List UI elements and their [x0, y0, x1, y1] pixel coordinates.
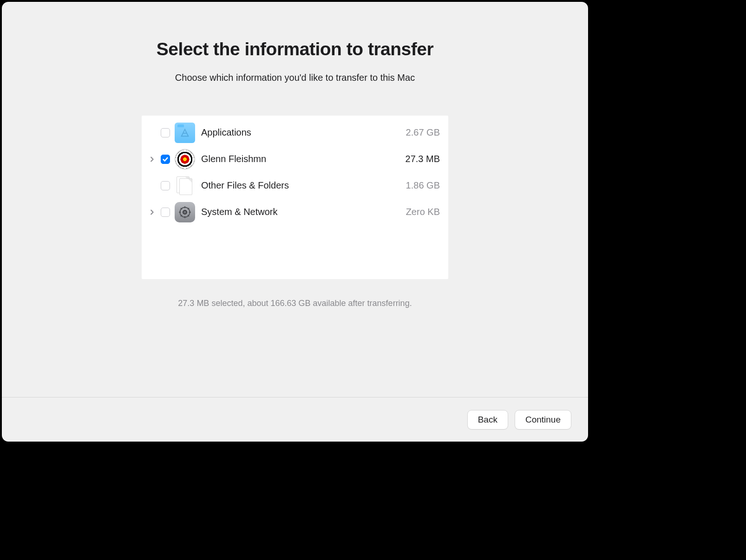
list-item-system-network[interactable]: System & Network Zero KB — [142, 199, 448, 225]
item-label: Applications — [201, 127, 406, 138]
item-size: Zero KB — [406, 207, 440, 217]
transfer-items-list: Applications 2.67 GB — [142, 116, 448, 279]
checkbox-system-network[interactable] — [161, 208, 170, 217]
checkbox-applications[interactable] — [161, 128, 170, 137]
item-label: Glenn Fleishmn — [201, 154, 406, 164]
back-button[interactable]: Back — [467, 410, 508, 430]
list-item-other-files[interactable]: Other Files & Folders 1.86 GB — [142, 172, 448, 199]
content-area: Select the information to transfer Choos… — [2, 2, 588, 397]
item-size: 1.86 GB — [406, 180, 440, 191]
list-item-applications[interactable]: Applications 2.67 GB — [142, 119, 448, 146]
svg-point-1 — [183, 210, 187, 214]
applications-folder-icon — [175, 123, 195, 143]
system-preferences-icon — [175, 202, 195, 222]
checkbox-user-account[interactable] — [161, 155, 170, 164]
list-item-user-account[interactable]: Glenn Fleishmn 27.3 MB — [142, 146, 448, 172]
page-subtitle: Choose which information you'd like to t… — [175, 72, 415, 83]
item-label: System & Network — [201, 207, 406, 217]
item-size: 2.67 GB — [406, 127, 440, 138]
item-label: Other Files & Folders — [201, 180, 406, 191]
checkbox-other-files[interactable] — [161, 181, 170, 190]
continue-button[interactable]: Continue — [515, 410, 571, 430]
migration-assistant-window: Select the information to transfer Choos… — [0, 0, 590, 443]
page-title: Select the information to transfer — [157, 39, 433, 59]
chevron-right-icon[interactable] — [149, 209, 155, 215]
item-size: 27.3 MB — [406, 154, 440, 164]
documents-stack-icon — [175, 176, 195, 196]
footer-buttons: Back Continue — [2, 397, 588, 442]
chevron-right-icon[interactable] — [149, 156, 155, 163]
user-avatar-icon — [175, 149, 195, 169]
selection-status-text: 27.3 MB selected, about 166.63 GB availa… — [178, 299, 412, 308]
